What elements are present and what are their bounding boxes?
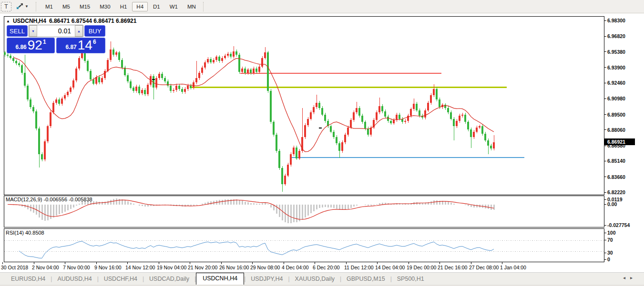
price-axis-label: 6.90980: [607, 96, 625, 101]
price-axis-label: 6.95380: [607, 49, 625, 55]
buy-button[interactable]: BUY: [84, 25, 105, 37]
price-axis-label: 6.82220: [607, 189, 625, 195]
oscillator-axis-label: -0.027754: [607, 222, 630, 228]
oscillator-axis-label: 100: [607, 230, 616, 236]
time-axis-label: 14 Nov 12:00: [125, 265, 155, 270]
time-axis-label: 21 Dec 16:00: [438, 265, 467, 270]
application-window: T ▼ M1M5M15M30H1H4D1W1MN ▲ USDCNH,H4 6.8…: [0, 0, 644, 286]
volume-decrease-button[interactable]: ▼: [29, 25, 37, 37]
price-axis-label: 6.85140: [607, 158, 625, 164]
price-axis-label: 6.89500: [607, 112, 625, 118]
time-axis-label: 21 Nov 20:00: [188, 265, 217, 270]
macd-indicator-label: MACD(12,26,9) -0.006556 -0.005838: [6, 197, 92, 202]
price-axis-label: 6.83660: [607, 174, 625, 180]
current-price-badge: 6.86921: [604, 138, 635, 145]
buy-price-main: 6.87: [65, 44, 76, 50]
time-axis-label: 19 Nov 04:00: [157, 265, 186, 270]
instrument-tab-bar: EURUSD,H4|AUDUSD,H4|USDCHF,H4|USDCAD,Dai…: [0, 272, 644, 285]
chart-ohlc-values: 6.86471 6.87544 6.86471 6.86921: [49, 18, 137, 24]
oscillator-axis-label: 70: [607, 237, 613, 243]
tab-audusd-h4[interactable]: AUDUSD,H4: [52, 274, 97, 285]
oscillator-axis-label: 0.00: [607, 201, 617, 207]
chart-title: ▲ USDCNH,H4 6.86471 6.87544 6.86471 6.86…: [6, 18, 136, 24]
volume-increase-button[interactable]: ▲: [75, 25, 83, 37]
tab-gbpusd-m15[interactable]: GBPUSD,M15: [341, 274, 390, 285]
price-axis-label: 6.93900: [607, 65, 625, 70]
tab-xauusd-daily[interactable]: XAUUSD,Daily: [290, 274, 340, 285]
sell-price-point: 1: [43, 39, 46, 45]
time-axis-label: 29 Nov 08:00: [250, 265, 280, 270]
time-axis-label: 1 Jan 04:00: [500, 265, 526, 270]
collapse-triangle-icon[interactable]: ▲: [6, 19, 10, 23]
buy-price-pips: 14: [78, 39, 92, 52]
time-axis-label: 30 Oct 2018: [1, 265, 28, 270]
tab-usdcad-daily[interactable]: USDCAD,Daily: [144, 274, 194, 285]
oscillator-axis-label: 30: [607, 250, 613, 256]
time-axis-label: 14 Dec 04:00: [375, 265, 405, 270]
time-axis-label: 7 Nov 00:00: [63, 265, 90, 270]
price-axis-label: 6.92460: [607, 80, 625, 86]
oscillator-axis-label: 0: [607, 256, 610, 262]
volume-input[interactable]: 0.01: [37, 25, 75, 37]
tab-scroll-left-icon[interactable]: ◂: [623, 275, 630, 280]
tab-sp500-h1[interactable]: SP500,H1: [392, 274, 429, 285]
time-axis-label: 4 Dec 04:00: [282, 265, 309, 270]
price-axis-label: 6.96820: [607, 33, 625, 39]
time-axis-label: 2 Nov 04:00: [32, 265, 59, 270]
tab-eurusd-h4[interactable]: EURUSD,H4: [6, 274, 51, 285]
price-axis-label: 6.88060: [607, 127, 625, 133]
time-axis-label: 9 Nov 16:00: [94, 265, 122, 270]
buy-price-display[interactable]: 6.87 14 6: [56, 38, 105, 53]
sell-price-pips: 92: [28, 39, 42, 52]
tab-scroll-arrows: ◂▸: [623, 275, 637, 280]
chart-symbol: USDCNH,H4: [13, 18, 46, 24]
time-axis-label: 26 Nov 16:00: [219, 265, 249, 270]
tab-usdcnh-h4[interactable]: USDCNH,H4: [196, 273, 244, 285]
volume-widget: ▼ 0.01 ▲: [29, 25, 83, 37]
sell-button[interactable]: SELL: [7, 25, 28, 37]
time-axis-label: 27 Dec 08:00: [469, 265, 499, 270]
time-axis-label: 19 Dec 00:00: [407, 265, 436, 270]
buy-price-point: 6: [93, 39, 96, 45]
one-click-trade-panel: SELL ▼ 0.01 ▲ BUY 6.86 92 1 6.87 14 6: [7, 25, 105, 53]
rsi-indicator-label: RSI(14) 40.8508: [6, 230, 44, 236]
tab-usdchf-h4[interactable]: USDCHF,H4: [99, 274, 143, 285]
sell-price-main: 6.86: [15, 44, 26, 50]
tab-scroll-right-icon[interactable]: ▸: [630, 275, 637, 280]
time-axis-label: 6 Dec 20:00: [313, 265, 340, 270]
tab-usdjpy-h4[interactable]: USDJPY,H4: [245, 274, 288, 285]
price-axis-label: 6.98300: [607, 18, 625, 23]
time-axis-label: 11 Dec 12:00: [344, 265, 374, 270]
sell-price-display[interactable]: 6.86 92 1: [7, 38, 55, 53]
